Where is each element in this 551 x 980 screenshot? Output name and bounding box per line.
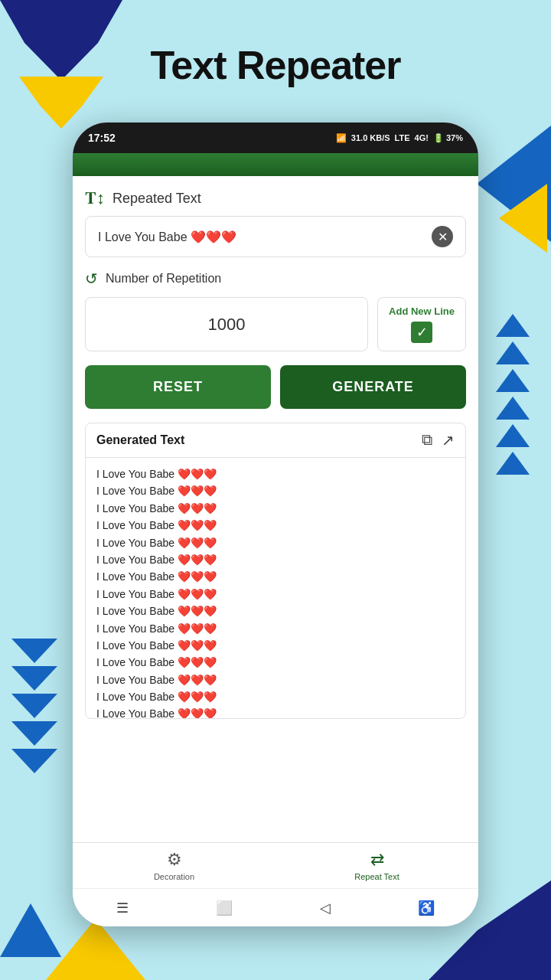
deco-yellow-right [494,184,547,253]
text-input-container[interactable]: I Love You Babe ❤️❤️❤️ ✕ [85,216,466,257]
repeated-text-label: Repeated Text [112,191,201,207]
share-icon[interactable]: ↗ [442,431,455,449]
status-4g: 4G! [415,133,429,142]
generated-line: I Love You Babe ❤️❤️❤️ [96,551,455,568]
status-signal: 📶 [336,133,347,143]
nav-decoration[interactable]: ⚙ Decoration [73,850,276,881]
phone-frame: 17:52 📶 31.0 KB/S LTE 4G! 🔋 37% 𝐓↕ Repea… [73,122,478,926]
clear-button[interactable]: ✕ [432,226,453,247]
generate-button[interactable]: GENERATE [280,365,466,409]
arrows-right [496,314,530,475]
deco-bottom-yellow [46,919,145,980]
system-nav: ☰ ⬜ ◁ ♿ [73,888,478,926]
generated-line: I Love You Babe ❤️❤️❤️ [96,671,455,688]
decoration-label: Decoration [154,872,194,881]
bottom-nav: ⚙ Decoration ⇄ Repeat Text [73,842,478,888]
copy-icon[interactable]: ⧉ [422,431,432,449]
number-checkbox-row: 1000 Add New Line ✓ [85,297,466,351]
status-bar: 17:52 📶 31.0 KB/S LTE 4G! 🔋 37% [73,122,478,153]
repetition-icon: ↺ [85,270,98,288]
status-battery: 🔋 37% [433,133,463,143]
add-new-line-checkbox[interactable]: ✓ [411,322,432,343]
generated-text-section: Generated Text ⧉ ↗ I Love You Babe ❤️❤️❤… [85,423,466,719]
sys-accessibility-icon[interactable]: ♿ [418,900,435,916]
action-buttons-row: RESET GENERATE [85,365,466,409]
generated-line: I Love You Babe ❤️❤️❤️ [96,534,455,551]
chevrons-bottom-left [11,639,57,773]
sys-menu-icon[interactable]: ☰ [116,900,129,916]
status-data: 31.0 KB/S [351,133,390,142]
generated-actions: ⧉ ↗ [422,431,455,449]
generated-line: I Love You Babe ❤️❤️❤️ [96,637,455,654]
generated-text-title: Generated Text [96,433,184,447]
deco-bottom-blue [0,903,61,957]
generated-line: I Love You Babe ❤️❤️❤️ [96,517,455,534]
generated-header: Generated Text ⧉ ↗ [86,423,465,458]
repeated-text-section: 𝐓↕ Repeated Text [85,188,466,208]
generated-line: I Love You Babe ❤️❤️❤️ [96,705,455,718]
generated-line: I Love You Babe ❤️❤️❤️ [96,568,455,585]
hearts-emoji: ❤️❤️❤️ [191,230,236,243]
repeat-text-label: Repeat Text [354,872,399,881]
generated-line: I Love You Babe ❤️❤️❤️ [96,586,455,603]
number-value: 1000 [208,315,246,335]
green-top-bar [73,153,478,176]
status-network: LTE [395,133,410,142]
status-right: 📶 31.0 KB/S LTE 4G! 🔋 37% [336,133,463,143]
repeat-text-icon: ⇄ [370,850,384,870]
sys-home-icon[interactable]: ⬜ [216,900,233,916]
generated-line: I Love You Babe ❤️❤️❤️ [96,688,455,705]
decoration-icon: ⚙ [167,850,182,870]
page-title: Text Repeater [0,42,551,88]
sys-back-icon[interactable]: ◁ [320,900,331,916]
nav-repeat-text[interactable]: ⇄ Repeat Text [276,850,478,881]
repetition-label: Number of Repetition [106,272,221,286]
generated-line: I Love You Babe ❤️❤️❤️ [96,603,455,619]
app-content: 𝐓↕ Repeated Text I Love You Babe ❤️❤️❤️ … [73,176,478,842]
generated-line: I Love You Babe ❤️❤️❤️ [96,482,455,499]
generated-line: I Love You Babe ❤️❤️❤️ [96,620,455,637]
number-input[interactable]: 1000 [85,297,368,351]
text-format-icon: 𝐓↕ [85,188,105,208]
generated-line: I Love You Babe ❤️❤️❤️ [96,654,455,671]
generated-line: I Love You Babe ❤️❤️❤️ [96,500,455,517]
add-new-line-label: Add New Line [389,305,455,317]
repetition-row: ↺ Number of Repetition [85,270,466,288]
generated-content: I Love You Babe ❤️❤️❤️I Love You Babe ❤️… [86,458,465,718]
status-time: 17:52 [88,132,116,144]
text-input-value: I Love You Babe ❤️❤️❤️ [98,230,236,244]
reset-button[interactable]: RESET [85,365,271,409]
generated-line: I Love You Babe ❤️❤️❤️ [96,466,455,482]
add-new-line-box[interactable]: Add New Line ✓ [377,297,466,351]
